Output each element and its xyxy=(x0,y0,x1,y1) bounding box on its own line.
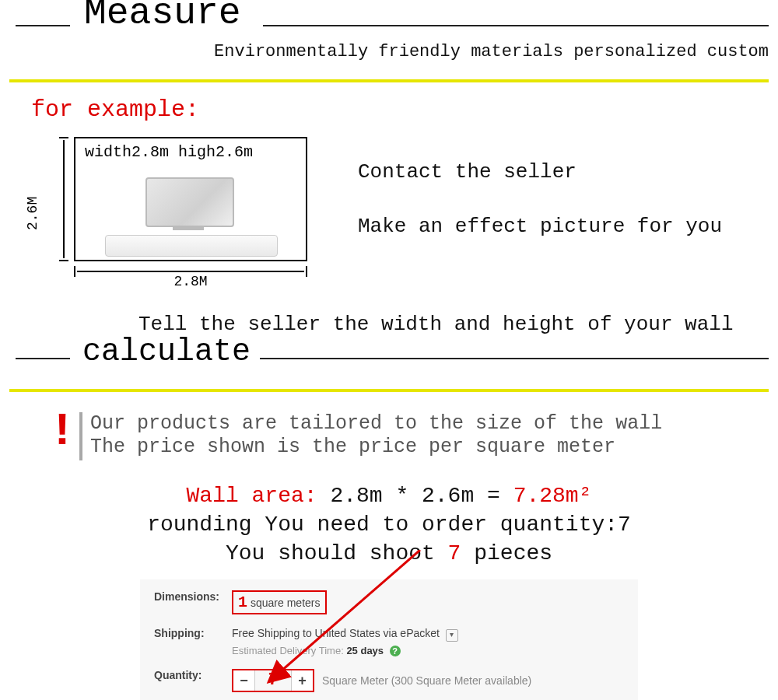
shipping-days: 25 days xyxy=(346,645,384,656)
horizontal-dim-label: 2.8M xyxy=(74,274,307,289)
notice-bar xyxy=(79,412,82,460)
quantity-row: Quantity: − 7 + Square Meter (300 Square… xyxy=(154,669,624,692)
help-icon[interactable]: ? xyxy=(390,646,401,656)
yellow-divider xyxy=(9,79,769,82)
quantity-value: 7 xyxy=(255,670,291,691)
rounding-text: rounding You need to order quantity: xyxy=(147,513,618,537)
tv-stand-icon xyxy=(173,226,204,230)
contact-line-1: Contact the seller xyxy=(358,160,722,184)
contact-line-2: Make an effect picture for you xyxy=(358,215,722,238)
notice-block: ! Our products are tailored to the size … xyxy=(48,412,778,460)
quantity-minus-button[interactable]: − xyxy=(233,670,255,691)
for-example-label: for example: xyxy=(31,96,778,123)
area-label: Wall area: xyxy=(187,484,317,508)
chevron-down-icon[interactable]: ▾ xyxy=(446,629,458,642)
shipping-label: Shipping: xyxy=(154,627,232,639)
contact-block: Contact the seller Make an effect pictur… xyxy=(358,160,722,269)
yellow-divider-2 xyxy=(9,389,769,392)
svg-line-0 xyxy=(268,550,420,682)
shoot-text-a: You should shoot xyxy=(226,541,448,565)
area-line: Wall area: 2.8m * 2.6m = 7.28m² xyxy=(0,484,778,508)
header-line-left xyxy=(16,25,70,26)
measure-title: Measure xyxy=(84,0,241,34)
shipping-subtext: Estimated Delivery Time: 25 days ? xyxy=(232,645,458,656)
wall-dims-text: width2.8m high2.6m xyxy=(85,143,253,161)
shipping-row: Shipping: Free Shipping to United States… xyxy=(154,627,624,656)
vertical-dim-label: 2.6M xyxy=(25,197,40,230)
order-panel: Dimensions: 1 square meters Shipping: Fr… xyxy=(140,579,638,700)
dimensions-unit: square meters xyxy=(251,597,320,609)
area-result: 7.28m² xyxy=(513,484,592,508)
shipping-text: Free Shipping to United States via ePack… xyxy=(232,627,458,642)
header-line-right xyxy=(263,25,769,26)
notice-text: Our products are tailored to the size of… xyxy=(90,412,662,460)
shipping-text-value: Free Shipping to United States via ePack… xyxy=(232,627,440,639)
quantity-plus-button[interactable]: + xyxy=(291,670,313,691)
shoot-text-b: pieces xyxy=(461,541,552,565)
calc-line-left xyxy=(16,358,70,359)
shoot-line: You should shoot 7 pieces xyxy=(0,541,778,565)
example-row: 2.6M width2.8m high2.6m 2.8M Contact the… xyxy=(0,137,778,300)
rounding-qty: 7 xyxy=(618,513,631,537)
tv-icon xyxy=(145,177,234,227)
cabinet-icon xyxy=(105,235,278,257)
shoot-qty: 7 xyxy=(448,541,461,565)
vertical-dimension: 2.6M xyxy=(31,137,70,261)
dimensions-one: 1 xyxy=(238,593,247,611)
quantity-label: Quantity: xyxy=(154,669,232,681)
dimensions-row: Dimensions: 1 square meters xyxy=(154,590,624,614)
wall-box: width2.8m high2.6m xyxy=(74,137,307,261)
calculate-header: calculate xyxy=(0,342,778,373)
notice-line-2: The price shown is the price per square … xyxy=(90,436,662,459)
horizontal-dimension: 2.8M xyxy=(74,264,307,296)
exclamation-icon: ! xyxy=(48,412,76,460)
wall-diagram: 2.6M width2.8m high2.6m 2.8M xyxy=(31,137,327,300)
calculate-title: calculate xyxy=(82,334,251,369)
dimensions-label: Dimensions: xyxy=(154,590,232,603)
subtitle: Environmentally friendly materials perso… xyxy=(214,42,769,61)
measure-header: Measure xyxy=(0,6,778,37)
notice-line-1: Our products are tailored to the size of… xyxy=(90,412,662,436)
shipping-sub-a: Estimated Delivery Time: xyxy=(232,645,346,656)
calc-line-right xyxy=(260,358,769,359)
tell-seller-line: Tell the seller the width and height of … xyxy=(138,313,778,336)
rounding-line: rounding You need to order quantity:7 xyxy=(0,513,778,537)
dimensions-select[interactable]: 1 square meters xyxy=(232,590,327,614)
area-expr: 2.8m * 2.6m = xyxy=(317,484,513,508)
quantity-stepper[interactable]: − 7 + xyxy=(232,669,314,692)
calculation-lines: Wall area: 2.8m * 2.6m = 7.28m² rounding… xyxy=(0,484,778,565)
quantity-note: Square Meter (300 Square Meter available… xyxy=(322,674,531,687)
